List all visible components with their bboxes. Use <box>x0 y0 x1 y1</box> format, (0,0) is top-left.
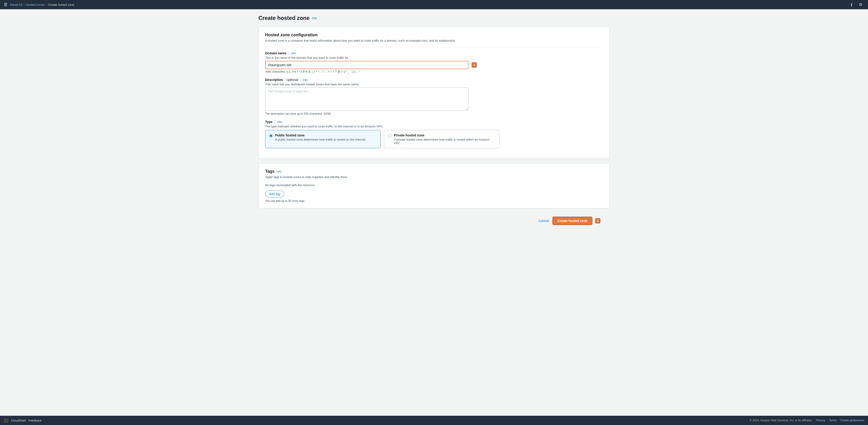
tags-title-row: Tags Info <box>265 169 603 174</box>
description-info-link[interactable]: Info <box>303 78 308 82</box>
page-info-link[interactable]: Info <box>312 17 317 20</box>
domain-name-badge: 1 <box>472 62 477 67</box>
hosted-zone-config-card: Hosted zone configuration A hosted zone … <box>258 27 610 159</box>
breadcrumb-hosted-zones[interactable]: Hosted zones <box>26 3 44 6</box>
breadcrumb-route53[interactable]: Route 53 <box>10 3 22 6</box>
top-navigation: ☰ Route 53 › Hosted zones › Create hoste… <box>0 0 868 9</box>
description-textarea[interactable] <box>265 87 468 111</box>
hamburger-icon[interactable]: ☰ <box>4 2 7 7</box>
domain-name-divider: | <box>288 51 289 55</box>
type-label-row: Type | Info <box>265 120 603 124</box>
domain-name-input-row: 1 <box>265 61 603 69</box>
domain-name-info-link[interactable]: Info <box>291 52 296 55</box>
privacy-link[interactable]: Privacy <box>816 419 825 422</box>
config-card-title: Hosted zone configuration <box>265 33 603 37</box>
public-zone-desc: A public hosted zone determines how traf… <box>275 138 366 141</box>
create-hosted-zone-button[interactable]: Create hosted zone <box>553 217 592 225</box>
domain-name-input[interactable] <box>265 61 468 69</box>
cloudshell-icon: ⬛ <box>4 418 8 423</box>
tags-info-link[interactable]: Info <box>277 170 282 173</box>
main-content: Create hosted zone Info Hosted zone conf… <box>249 9 619 416</box>
create-btn-badge: 2 <box>595 218 600 223</box>
public-zone-option[interactable]: Public hosted zone A public hosted zone … <box>265 130 381 148</box>
private-zone-desc: A private hosted zone determines how tra… <box>394 138 495 145</box>
public-zone-title: Public hosted zone <box>275 134 366 137</box>
breadcrumb-sep-1: › <box>24 3 25 6</box>
terms-link[interactable]: Terms <box>829 419 837 422</box>
private-zone-title: Private hosted zone <box>394 134 495 137</box>
create-btn-group: Create hosted zone 2 <box>553 217 600 225</box>
cloudshell-label[interactable]: CloudShell <box>11 419 26 422</box>
private-zone-text: Private hosted zone A private hosted zon… <box>394 134 495 145</box>
type-field-group: Type | Info The type indicates whether y… <box>265 120 603 148</box>
nav-right-icons: ℹ ⚙ <box>848 1 864 8</box>
description-desc: This value lets you distinguish hosted z… <box>265 83 603 86</box>
type-radio-options: Public hosted zone A public hosted zone … <box>265 130 603 148</box>
domain-name-field-group: Domain name | Info This is the name of t… <box>265 51 603 73</box>
char-count-text: The description can have up to 256 chara… <box>265 112 603 115</box>
domain-name-desc: This is the name of the domain that you … <box>265 56 603 59</box>
config-card-subtitle: A hosted zone is a container that holds … <box>265 39 603 42</box>
description-divider: | <box>300 78 301 82</box>
domain-name-label-row: Domain name | Info <box>265 51 603 55</box>
footer-actions: Cancel Create hosted zone 2 <box>258 213 610 229</box>
breadcrumb: Route 53 › Hosted zones › Create hosted … <box>10 3 74 6</box>
nav-info-button[interactable]: ℹ <box>848 1 855 8</box>
bottom-bar-left: ⬛ CloudShell Feedback <box>4 418 41 423</box>
copyright-text: © 2024, Amazon Web Services, Inc. or its… <box>750 419 812 422</box>
domain-name-label: Domain name <box>265 51 286 55</box>
public-zone-text: Public hosted zone A public hosted zone … <box>275 134 366 141</box>
description-label-row: Description - optional | Info <box>265 78 603 82</box>
private-zone-radio[interactable] <box>388 134 392 138</box>
public-zone-radio[interactable] <box>269 134 273 138</box>
tags-card: Tags Info Apply tags to hosted zones to … <box>258 163 610 208</box>
description-field-group: Description - optional | Info This value… <box>265 78 603 115</box>
page-title: Create hosted zone <box>258 15 310 21</box>
cancel-button[interactable]: Cancel <box>539 219 549 223</box>
page-title-row: Create hosted zone Info <box>258 15 610 21</box>
nav-user-button[interactable]: ⚙ <box>857 1 864 8</box>
type-label: Type <box>265 120 273 124</box>
bottom-bar: ⬛ CloudShell Feedback © 2024, Amazon Web… <box>0 416 868 425</box>
private-zone-option[interactable]: Private hosted zone A private hosted zon… <box>384 130 499 148</box>
add-tag-button[interactable]: Add tag <box>265 191 284 197</box>
tags-limit-text: You can add up to 50 more tags. <box>265 199 603 203</box>
description-optional-label: - optional <box>285 78 298 82</box>
type-divider: | <box>274 120 275 124</box>
breadcrumb-current: Create hosted zone <box>48 3 74 6</box>
valid-chars-text: Valid characters: a-z, 0-9, ! * # $ % & … <box>265 70 603 73</box>
cookie-preferences-link[interactable]: Cookie preferences <box>840 419 864 422</box>
tags-description: Apply tags to hosted zones to help organ… <box>265 175 603 179</box>
description-label: Description <box>265 78 283 82</box>
tags-title: Tags <box>265 169 275 174</box>
type-info-link[interactable]: Info <box>277 120 282 124</box>
type-desc: The type indicates whether you want to r… <box>265 124 603 128</box>
bottom-bar-right: © 2024, Amazon Web Services, Inc. or its… <box>750 419 864 422</box>
feedback-label[interactable]: Feedback <box>28 419 41 422</box>
breadcrumb-sep-2: › <box>46 3 46 6</box>
no-tags-text: No tags associated with the resource. <box>265 183 603 187</box>
